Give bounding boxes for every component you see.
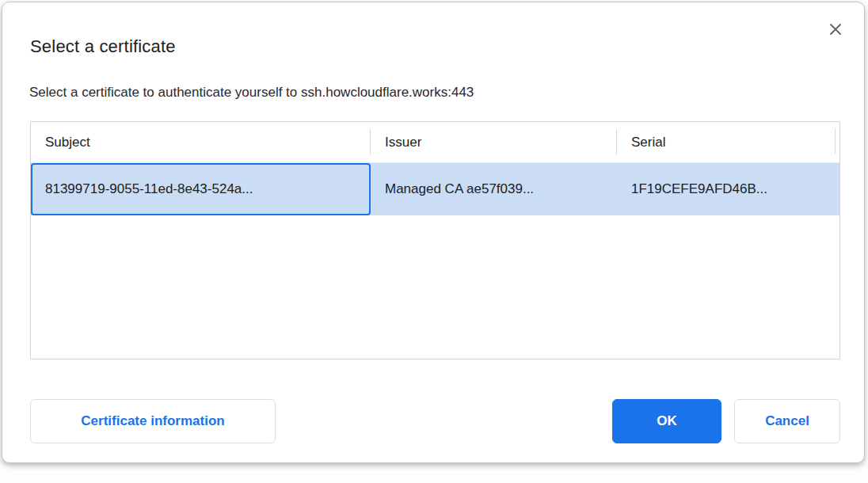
cell-spacer bbox=[836, 163, 840, 215]
cell-serial[interactable]: 1F19CEFE9AFD46B... bbox=[617, 163, 836, 215]
dialog-subtitle: Select a certificate to authenticate you… bbox=[29, 85, 474, 101]
close-icon bbox=[828, 22, 843, 36]
certificate-select-dialog: Select a certificate Select a certificat… bbox=[2, 2, 865, 463]
close-button[interactable] bbox=[826, 20, 845, 39]
page-title: Select a certificate bbox=[30, 36, 176, 57]
column-header-issuer[interactable]: Issuer bbox=[371, 122, 617, 162]
certificate-table: Subject Issuer Serial 81399719-9055-11ed… bbox=[30, 121, 840, 359]
ok-button[interactable]: OK bbox=[612, 399, 721, 443]
table-header: Subject Issuer Serial bbox=[31, 122, 839, 163]
certificate-information-button[interactable]: Certificate information bbox=[30, 399, 276, 443]
cell-subject[interactable]: 81399719-9055-11ed-8e43-524a... bbox=[31, 163, 371, 215]
cell-issuer[interactable]: Managed CA ae57f039... bbox=[371, 163, 617, 215]
cancel-button[interactable]: Cancel bbox=[734, 399, 840, 443]
column-header-subject[interactable]: Subject bbox=[31, 122, 371, 162]
column-header-serial[interactable]: Serial bbox=[617, 122, 836, 162]
table-row[interactable]: 81399719-9055-11ed-8e43-524a... Managed … bbox=[31, 163, 839, 215]
column-header-spacer bbox=[836, 122, 840, 162]
